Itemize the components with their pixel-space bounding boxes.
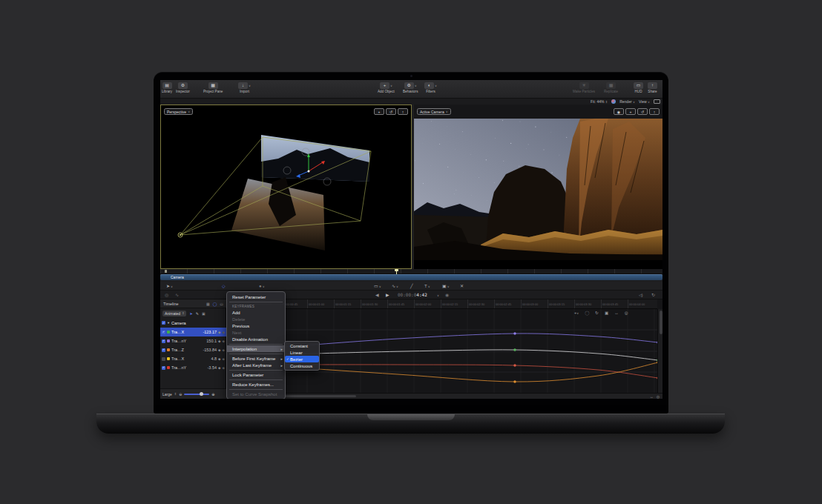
- audio-mute-button[interactable]: ◁): [639, 291, 643, 299]
- menu-item[interactable]: ✓ Add ▸: [227, 309, 285, 316]
- submenu-item[interactable]: ✓ Linear: [285, 349, 319, 356]
- import-button[interactable]: ↓∨ Import: [238, 82, 251, 93]
- group-checkbox[interactable]: ✓: [162, 321, 165, 325]
- cut-tool-button[interactable]: ✕: [460, 282, 464, 291]
- parameter-row[interactable]: ✓ Tra…Z -153.84 ◆ ◆: [160, 345, 226, 354]
- zoom-graph-icon[interactable]: ◎: [625, 311, 628, 315]
- camera-view-menu[interactable]: Perspective∨: [164, 108, 193, 115]
- zoom-level-dropdown[interactable]: Large: [162, 392, 172, 397]
- dolly-view-button[interactable]: ↕: [649, 108, 660, 115]
- enable-checkbox[interactable]: ✓: [162, 331, 165, 334]
- render-menu[interactable]: Render ∨: [619, 99, 635, 104]
- zoom-in-icon[interactable]: ⊕: [211, 392, 214, 397]
- menu-item[interactable]: ✓ Previous ▸: [227, 322, 285, 329]
- menu-item[interactable]: ✓ Next ▸: [227, 329, 285, 336]
- scroll-left-right-icon[interactable]: ↔: [650, 394, 654, 399]
- replicate-button[interactable]: ▦ Replicate: [604, 82, 618, 93]
- parameter-value[interactable]: 4.8: [199, 357, 217, 361]
- timecode-display[interactable]: 00:00:04:42: [398, 291, 427, 299]
- snapshot-camera-icon[interactable]: ▣: [605, 311, 608, 315]
- library-button[interactable]: ▤ Library: [162, 82, 172, 93]
- parameter-row[interactable]: ✓ Tra…X -123.17 ◆ ◆: [160, 328, 226, 336]
- menu-item[interactable]: ✓ Lock Parameter ▸: [227, 371, 285, 378]
- menu-item[interactable]: ✓ ▸: [229, 379, 283, 380]
- menu-item[interactable]: ✓ ▸: [229, 344, 283, 345]
- menu-item[interactable]: ✓ Delete ▸: [227, 316, 285, 322]
- parameter-row[interactable]: ✓ Tra…nY -3.54 ◆ ◆: [160, 363, 226, 372]
- audio-tab-icon[interactable]: ▭: [220, 302, 223, 306]
- keyframe-point[interactable]: [513, 380, 516, 382]
- fit-curves-icon[interactable]: ↔: [614, 311, 619, 315]
- menu-item[interactable]: ✓ ▸: [229, 302, 283, 302]
- layout-icon[interactable]: [654, 99, 660, 104]
- zoom-timeline-icon[interactable]: ◎: [657, 394, 660, 399]
- timeline-tab-icon[interactable]: ▦: [206, 302, 210, 306]
- channels-icon[interactable]: [611, 99, 616, 104]
- animation-curve-position-x[interactable]: [285, 365, 657, 378]
- behaviors-button[interactable]: ⚙∨ Behaviors: [403, 82, 418, 93]
- scrollbar-thumb[interactable]: [660, 311, 662, 334]
- box-select-tool[interactable]: ▣: [202, 311, 206, 316]
- keyframe-point[interactable]: [513, 332, 516, 334]
- parameter-value[interactable]: -3.54: [199, 365, 217, 370]
- parameter-value[interactable]: -153.84: [199, 348, 217, 352]
- menu-item[interactable]: ✓ After Last Keyframe ▸: [227, 362, 285, 368]
- curve-filter-dropdown[interactable]: Animated⇕: [162, 311, 186, 316]
- edit-keyframes-tool[interactable]: ➤: [189, 311, 192, 316]
- perspective-viewport[interactable]: Perspective∨ + ↺ ↕: [160, 105, 412, 269]
- inspector-button[interactable]: ⚙ Inspector: [176, 82, 190, 93]
- menu-item[interactable]: ✓ ▸: [229, 370, 283, 371]
- share-button[interactable]: ↑ Share: [648, 82, 657, 93]
- keyframe-ruler[interactable]: 00:00:00:1500:00:00:3000:00:00:4500:00:0…: [227, 299, 657, 309]
- view-menu[interactable]: View ∨: [639, 99, 650, 104]
- previous-frame-button[interactable]: ◀: [375, 291, 379, 299]
- add-object-button[interactable]: +∨ Add Object: [378, 82, 395, 93]
- orbit-view-button[interactable]: ↺: [637, 108, 648, 115]
- keyframe-menu-icon[interactable]: ◆: [223, 348, 225, 352]
- camera-view-menu[interactable]: Active Camera∨: [417, 108, 451, 115]
- record-animation-icon[interactable]: ◯: [585, 311, 589, 315]
- tab-timeline[interactable]: Timeline: [163, 302, 206, 306]
- active-camera-viewport[interactable]: Active Camera∨ ◉ + ↺ ↕: [414, 105, 662, 269]
- zoom-slider[interactable]: [184, 394, 209, 395]
- camera-select-button[interactable]: ◉: [614, 108, 624, 115]
- menu-item[interactable]: ✓ Reduce Keyframes... ▸: [227, 381, 285, 388]
- menu-item[interactable]: ✓ Before First Keyframe ▸: [227, 355, 285, 362]
- orbit-view-button[interactable]: ↺: [386, 108, 396, 115]
- graph-vertical-scrollbar[interactable]: [657, 309, 662, 393]
- keyframe-nav-icon[interactable]: ◆: [218, 357, 220, 361]
- timeline-option-icon[interactable]: ◎: [165, 291, 168, 299]
- enable-checkbox[interactable]: ✓: [162, 339, 165, 343]
- zoom-out-icon[interactable]: ⊖: [179, 392, 182, 397]
- line-tool-button[interactable]: ╱: [410, 282, 413, 291]
- enable-checkbox[interactable]: ✓: [162, 348, 165, 352]
- project-pane-button[interactable]: ▦ Project Pane: [203, 82, 223, 93]
- keyframe-editor-tab-icon[interactable]: ◯: [213, 302, 217, 306]
- parameter-row[interactable]: ✓ Tra…nY 150.1 ◆ ◆: [160, 336, 226, 345]
- record-keyframe-button[interactable]: ◇: [222, 282, 226, 291]
- keyframe-nav-icon[interactable]: ◆: [218, 339, 220, 343]
- menu-item[interactable]: ✓ ▸: [229, 389, 283, 390]
- parameter-value[interactable]: -123.17: [199, 330, 217, 334]
- slider-thumb[interactable]: [200, 392, 203, 396]
- make-particles-button[interactable]: ✳ Make Particles: [573, 82, 595, 93]
- keyframe-nav-icon[interactable]: ◆: [218, 366, 220, 370]
- hud-button[interactable]: ▭ HUD: [634, 82, 643, 93]
- animation-curve-rotation-y[interactable]: [285, 334, 657, 347]
- menu-item[interactable]: ✓ Disable Animation ▸: [227, 336, 285, 342]
- parameter-row[interactable]: ✓ Tra…X 4.8 ◆ ◆: [160, 354, 226, 363]
- camera-track-bar[interactable]: Camera: [160, 274, 662, 280]
- submenu-item[interactable]: ✓ Constant: [285, 342, 319, 349]
- keyframe-point[interactable]: [513, 348, 516, 351]
- keyframe-menu-icon[interactable]: ◆: [223, 339, 225, 343]
- disclosure-triangle-icon[interactable]: ▼: [167, 321, 170, 325]
- dolly-view-button[interactable]: ↕: [398, 108, 408, 115]
- camera-group-row[interactable]: ✓ ▼ Camera: [160, 319, 226, 327]
- sketch-keyframes-tool[interactable]: ✎: [196, 311, 199, 316]
- keyframe-nav-icon[interactable]: ◆: [218, 348, 220, 352]
- play-button[interactable]: ▶: [386, 291, 389, 299]
- in-point-marker[interactable]: [165, 270, 167, 273]
- menu-item[interactable]: ✓ ▸: [229, 354, 283, 354]
- project-timeline-ruler[interactable]: [160, 269, 662, 274]
- filters-button[interactable]: ◐∨ Filters: [424, 82, 437, 93]
